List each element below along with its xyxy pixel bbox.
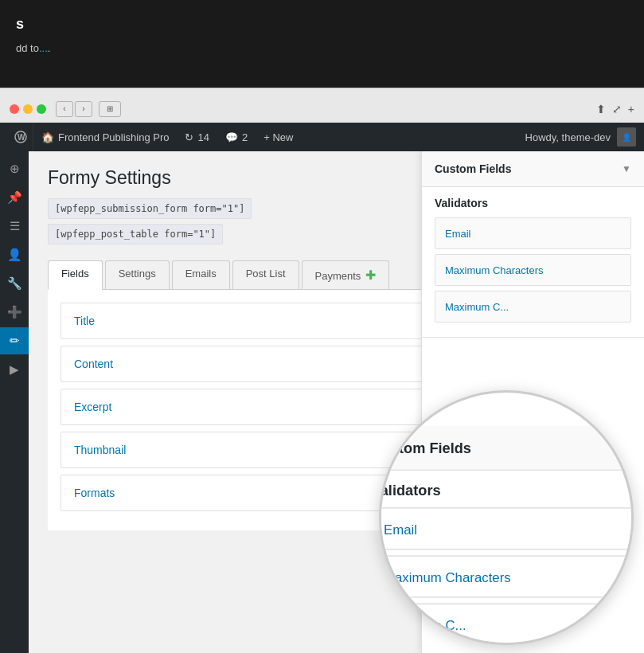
field-title-label: Title (74, 315, 95, 327)
validator-more[interactable]: Maximum C... (435, 291, 631, 323)
updates-icon: ↻ (185, 131, 193, 143)
howdy-text: Howdy, theme-dev (525, 131, 611, 143)
sidebar-toggle-button[interactable]: ⊞ (99, 101, 121, 117)
wp-admin-bar: W 🏠 Frontend Publishing Pro ↻ 14 💬 2 + N… (0, 123, 644, 151)
validator-email[interactable]: Email (435, 217, 631, 249)
new-tab-button[interactable]: + (628, 103, 634, 115)
tab-payments[interactable]: Payments ✚ (302, 260, 389, 289)
shortcode-1[interactable]: [wpfepp_submission_form form="1"] (48, 198, 252, 219)
close-button[interactable] (10, 104, 19, 114)
admin-bar-howdy[interactable]: Howdy, theme-dev 👤 (525, 127, 636, 147)
panel-header: Custom Fields ▼ (422, 151, 644, 187)
browser-actions: ⬆ ⤢ + (596, 103, 634, 115)
tab-settings-label: Settings (119, 268, 156, 280)
sidebar-icon-dashboard[interactable]: ⊕ (0, 155, 29, 182)
shortcode-2[interactable]: [wpfepp_post_table form="1"] (48, 224, 223, 244)
left-sidebar: ⊕ 📌 ☰ 👤 🔧 ➕ ✏ ▶ (0, 151, 29, 653)
sidebar-icon-edit[interactable]: ✏ (0, 327, 29, 354)
top-bar: s dd to.... (0, 0, 644, 88)
traffic-lights (10, 104, 46, 114)
validator-more-label: Maximum C... (445, 301, 509, 313)
field-formats-label: Formats (74, 487, 115, 499)
back-button[interactable]: ‹ (56, 101, 73, 117)
updates-count: 14 (197, 131, 209, 143)
validators-label: Validators (435, 197, 631, 209)
home-icon: 🏠 (41, 131, 54, 143)
tab-fields[interactable]: Fields (48, 260, 103, 290)
tab-emails[interactable]: Emails (172, 260, 230, 289)
sidebar-icon-play[interactable]: ▶ (0, 356, 29, 383)
site-name: Frontend Publishing Pro (58, 131, 169, 143)
add-tab-icon: ✚ (365, 268, 376, 282)
tab-payments-label: Payments (315, 270, 361, 282)
admin-bar-new[interactable]: + New (256, 123, 301, 151)
avatar: 👤 (617, 127, 636, 147)
top-bar-title: s (16, 16, 628, 33)
validator-max-chars[interactable]: Maximum Characters (435, 254, 631, 286)
sidebar-icon-settings[interactable]: 🔧 (0, 270, 29, 297)
validator-email-label: Email (445, 228, 471, 240)
validator-max-chars-label: Maximum Characters (445, 264, 544, 276)
main-layout: ⊕ 📌 ☰ 👤 🔧 ➕ ✏ ▶ Formy Settings [wpfepp_s… (0, 151, 644, 653)
sidebar-icon-add[interactable]: ➕ (0, 299, 29, 326)
admin-bar-updates[interactable]: ↻ 14 (177, 123, 217, 151)
tab-settings[interactable]: Settings (105, 260, 170, 289)
sidebar-icon-menu[interactable]: ☰ (0, 213, 29, 240)
content-area: Formy Settings [wpfepp_submission_form f… (29, 151, 644, 653)
right-panel: Custom Fields ▼ Validators Email Maximum… (421, 151, 644, 653)
minimize-button[interactable] (23, 104, 33, 114)
panel-chevron-icon: ▼ (622, 163, 631, 174)
maximize-button[interactable] (37, 104, 46, 114)
admin-bar-comments[interactable]: 💬 2 (217, 123, 256, 151)
share-button[interactable]: ⬆ (596, 103, 606, 115)
tab-postlist[interactable]: Post List (232, 260, 299, 289)
fullscreen-button[interactable]: ⤢ (612, 103, 622, 115)
forward-button[interactable]: › (75, 101, 92, 117)
comments-icon: 💬 (225, 131, 238, 143)
tab-emails-label: Emails (185, 268, 217, 280)
svg-text:W: W (18, 133, 25, 142)
field-excerpt-label: Excerpt (74, 401, 111, 413)
tab-fields-label: Fields (61, 268, 89, 280)
panel-title: Custom Fields (435, 162, 511, 175)
admin-bar-home[interactable]: 🏠 Frontend Publishing Pro (33, 123, 177, 151)
sidebar-icon-pin[interactable]: 📌 (0, 184, 29, 211)
nav-arrows: ‹ › (56, 101, 92, 117)
top-bar-subtitle: dd to.... (16, 42, 628, 54)
field-content-label: Content (74, 358, 113, 370)
wp-logo[interactable]: W (8, 123, 33, 151)
new-label: + New (263, 131, 293, 143)
field-thumbnail-label: Thumbnail (74, 444, 126, 456)
comments-count: 2 (242, 131, 248, 143)
tab-postlist-label: Post List (246, 268, 286, 280)
validators-section: Validators Email Maximum Characters Maxi… (422, 187, 644, 338)
sidebar-icon-user[interactable]: 👤 (0, 241, 29, 268)
browser-chrome: ‹ › ⊞ ⬆ ⤢ + (0, 88, 644, 123)
